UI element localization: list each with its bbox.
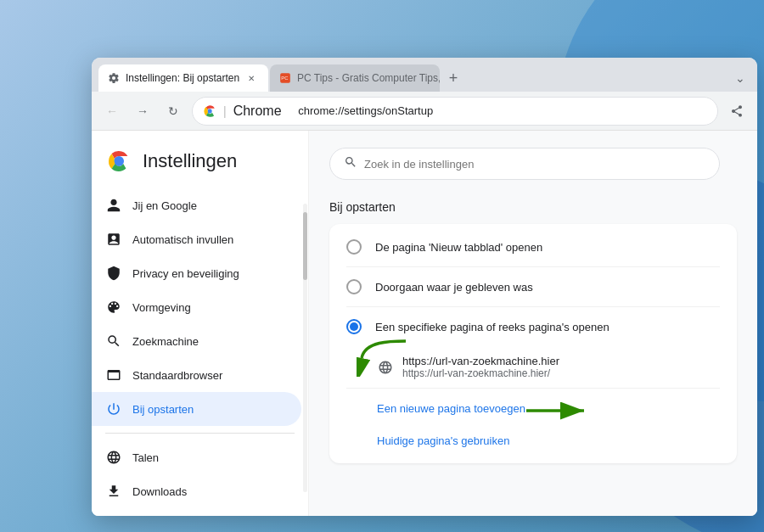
download-icon — [105, 483, 122, 500]
sidebar-item-vormgeving[interactable]: Vormgeving — [92, 290, 301, 324]
person-icon — [105, 197, 122, 214]
sidebar-header: Instellingen — [92, 131, 308, 188]
section-title: Bij opstarten — [329, 200, 737, 214]
sidebar-nav: Jij en Google Automatisch invullen Priva… — [92, 188, 308, 426]
option-specific-page[interactable]: Een specifieke pagina of reeks pagina's … — [329, 307, 737, 346]
tab-settings-favicon — [107, 71, 121, 85]
browser-icon — [105, 367, 122, 384]
sidebar-item-vormgeving-label: Vormgeving — [132, 301, 191, 314]
forward-button[interactable]: → — [131, 99, 154, 123]
option-new-tab[interactable]: De pagina 'Nieuw tabblad' openen — [329, 227, 737, 266]
tab-pctips-label: PC Tips - Gratis Computer Tips, ... — [297, 72, 440, 84]
sidebar-item-bij-opstarten[interactable]: Bij opstarten — [92, 392, 301, 426]
use-current-row: Huidige pagina's gebruiken — [329, 424, 737, 460]
sidebar-item-privacy[interactable]: Privacy en beveiliging — [92, 256, 301, 290]
radio-inner — [350, 322, 358, 331]
radio-new-tab[interactable] — [346, 239, 362, 255]
sidebar-item-standaard[interactable]: Standaardbrowser — [92, 358, 301, 392]
url-bar[interactable]: | Chrome chrome://settings/onStartup — [192, 97, 718, 126]
tab-list-button[interactable]: ⌄ — [730, 68, 750, 88]
globe-icon — [105, 449, 122, 466]
sidebar-item-zoekmachine-label: Zoekmachine — [132, 335, 199, 348]
url-entry-text-block: https://url-van-zoekmachine.hier https:/… — [402, 355, 559, 379]
tab-bar-right: ⌄ — [730, 68, 750, 92]
scroll-track — [303, 204, 307, 492]
refresh-button[interactable]: ↻ — [161, 99, 185, 123]
article-icon — [105, 231, 122, 248]
sidebar-item-zoekmachine[interactable]: Zoekmachine — [92, 324, 301, 358]
search-icon-sidebar — [105, 333, 122, 350]
back-button[interactable]: ← — [100, 99, 124, 123]
search-icon-main — [344, 155, 357, 172]
use-current-link[interactable]: Huidige pagina's gebruiken — [377, 434, 509, 447]
add-page-row: Een nieuwe pagina toevoegen — [329, 389, 737, 424]
sidebar-item-jij-label: Jij en Google — [132, 199, 197, 212]
main-content: Bij opstarten De pagina 'Nieuw tabblad' … — [309, 131, 757, 516]
sidebar-nav-bottom: Talen Downloads Toegankelijkheid — [92, 440, 308, 516]
radio-continue[interactable] — [346, 279, 362, 294]
sidebar-item-talen[interactable]: Talen — [92, 440, 301, 474]
palette-icon — [105, 299, 122, 316]
option-continue-label: Doorgaan waar je gebleven was — [375, 281, 533, 294]
tab-settings-label: Instellingen: Bij opstarten — [126, 72, 239, 84]
address-bar: ← → ↻ | Chrome chrome://settings/onStart… — [92, 92, 757, 131]
shield-icon — [105, 265, 122, 282]
radio-specific-page[interactable] — [346, 319, 362, 334]
tab-pctips[interactable]: PC PC Tips - Gratis Computer Tips, ... ✕ — [270, 64, 440, 92]
sidebar-item-privacy-label: Privacy en beveiliging — [132, 267, 239, 280]
sidebar-item-toegankelijkheid[interactable]: Toegankelijkheid — [92, 508, 301, 516]
green-arrow-radio — [357, 339, 407, 380]
sidebar: Instellingen Jij en Google Automatisch i… — [92, 131, 309, 516]
add-page-link[interactable]: Een nieuwe pagina toevoegen — [377, 402, 525, 415]
sidebar-item-bij-opstarten-label: Bij opstarten — [132, 403, 194, 416]
url-full: chrome://settings/onStartup — [298, 104, 433, 117]
url-entry-main: https://url-van-zoekmachine.hier — [402, 355, 559, 367]
new-tab-button[interactable]: + — [441, 66, 465, 90]
svg-text:PC: PC — [281, 76, 288, 81]
sidebar-divider — [105, 433, 295, 434]
settings-body: Instellingen Jij en Google Automatisch i… — [92, 131, 757, 516]
tab-settings-close[interactable]: ✕ — [244, 71, 258, 85]
sidebar-item-downloads-label: Downloads — [132, 485, 187, 498]
browser-window: Instellingen: Bij opstarten ✕ PC PC Tips… — [92, 58, 757, 516]
url-brand: Chrome — [233, 104, 282, 119]
sidebar-item-autofill-label: Automatisch invullen — [132, 233, 233, 246]
sidebar-item-standaard-label: Standaardbrowser — [132, 369, 222, 382]
tab-pctips-favicon: PC — [278, 71, 292, 85]
chrome-site-icon — [203, 104, 216, 118]
share-button[interactable] — [725, 99, 749, 123]
option-specific-label: Een specifieke pagina of reeks pagina's … — [375, 321, 610, 333]
chrome-logo — [105, 148, 132, 175]
url-entry-row: https://url-van-zoekmachine.hier https:/… — [377, 355, 720, 379]
option-new-tab-label: De pagina 'Nieuw tabblad' openen — [375, 241, 542, 254]
sidebar-item-talen-label: Talen — [132, 451, 159, 464]
power-icon — [105, 400, 122, 417]
search-input[interactable] — [364, 158, 705, 171]
tab-bar: Instellingen: Bij opstarten ✕ PC PC Tips… — [92, 58, 757, 92]
url-entry-sub: https://url-van-zoekmachine.hier/ — [402, 367, 559, 379]
search-bar[interactable] — [329, 148, 720, 180]
settings-title: Instellingen — [143, 150, 237, 172]
url-path — [289, 104, 292, 117]
url-divider: | — [223, 104, 227, 118]
tab-settings[interactable]: Instellingen: Bij opstarten ✕ — [98, 64, 268, 92]
sidebar-item-downloads[interactable]: Downloads — [92, 474, 301, 508]
sidebar-item-autofill[interactable]: Automatisch invullen — [92, 222, 301, 256]
scroll-thumb[interactable] — [303, 212, 307, 280]
sidebar-item-jij-en-google[interactable]: Jij en Google — [92, 188, 301, 222]
option-continue[interactable]: Doorgaan waar je gebleven was — [329, 267, 737, 306]
options-card: De pagina 'Nieuw tabblad' openen Doorgaa… — [329, 224, 737, 463]
green-arrow-link — [525, 395, 593, 429]
